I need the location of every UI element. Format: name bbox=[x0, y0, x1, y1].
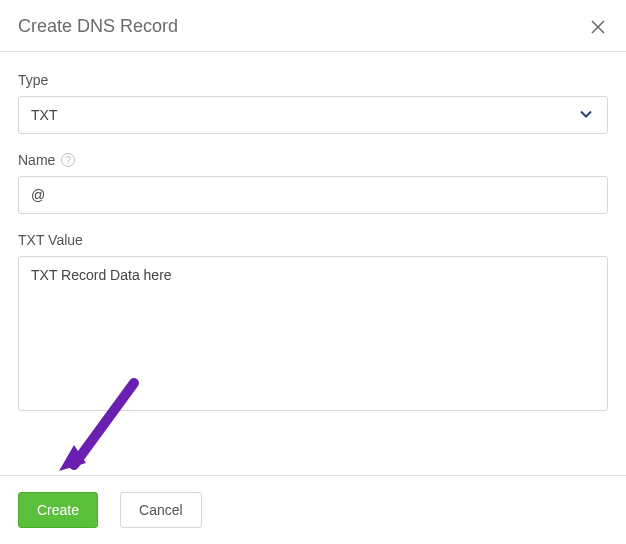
name-input[interactable] bbox=[18, 176, 608, 214]
close-icon[interactable] bbox=[588, 17, 608, 37]
txtvalue-label-text: TXT Value bbox=[18, 232, 83, 248]
type-label: Type bbox=[18, 72, 608, 88]
svg-marker-4 bbox=[59, 445, 86, 471]
type-field: Type TXT bbox=[18, 72, 608, 134]
create-button[interactable]: Create bbox=[18, 492, 98, 528]
txtvalue-textarea[interactable] bbox=[18, 256, 608, 411]
name-field: Name ? bbox=[18, 152, 608, 214]
name-label-text: Name bbox=[18, 152, 55, 168]
txtvalue-label: TXT Value bbox=[18, 232, 608, 248]
form-body: Type TXT Name ? TXT Value bbox=[0, 52, 626, 415]
modal-footer: Create Cancel bbox=[0, 475, 626, 544]
name-label: Name ? bbox=[18, 152, 608, 168]
type-select-value: TXT bbox=[31, 107, 57, 123]
help-icon[interactable]: ? bbox=[61, 153, 75, 167]
type-label-text: Type bbox=[18, 72, 48, 88]
modal-header: Create DNS Record bbox=[0, 0, 626, 52]
txtvalue-field: TXT Value bbox=[18, 232, 608, 415]
cancel-button[interactable]: Cancel bbox=[120, 492, 202, 528]
type-select[interactable]: TXT bbox=[18, 96, 608, 134]
modal-title: Create DNS Record bbox=[18, 16, 178, 37]
chevron-down-icon bbox=[579, 107, 593, 124]
